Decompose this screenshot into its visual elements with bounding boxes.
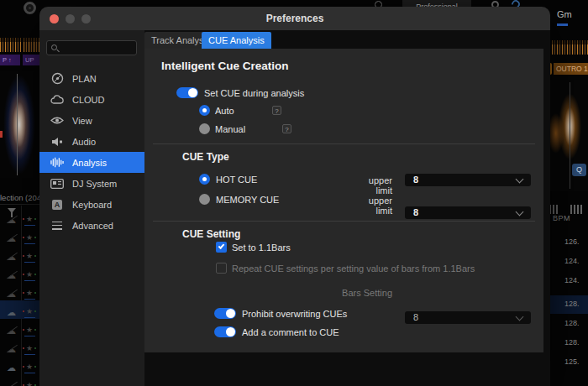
bpm-value: 126. — [564, 237, 588, 246]
hot-cue-radio[interactable] — [199, 174, 210, 185]
bpm-value: 128. — [564, 300, 588, 308]
sidebar-search-input[interactable] — [46, 40, 137, 55]
prohibit-toggle-row: Prohibit overwriting CUEs — [214, 308, 347, 319]
rating-star-icon: ★ — [26, 326, 33, 335]
sidebar-item-audio[interactable]: Audio — [39, 131, 144, 152]
rating-star-icon: ★ — [26, 381, 33, 386]
help-icon[interactable]: ? — [282, 124, 291, 133]
eye-icon — [50, 116, 64, 125]
memory-cue-limit-select[interactable]: 8 — [405, 206, 531, 219]
cloud-off-icon: ☁ — [7, 381, 16, 386]
phrase-outro-label: OUTRO 1 — [554, 63, 588, 75]
cue-marker — [0, 131, 3, 138]
toggle-knob — [226, 327, 235, 336]
sidebar-item-dj-system[interactable]: DJ System — [39, 173, 144, 194]
rating-underline — [24, 243, 35, 244]
section-divider — [153, 143, 535, 144]
sidebar-item-advanced[interactable]: Advanced — [39, 215, 144, 236]
cloud-icon — [50, 95, 64, 105]
comment-toggle[interactable] — [214, 326, 236, 337]
sidebar-item-label: Analysis — [72, 158, 107, 168]
chevron-down-icon — [516, 208, 524, 216]
cloud-on-icon: ☁ — [7, 363, 16, 373]
section-title-intelligent-cue: Intelligent Cue Creation — [161, 60, 289, 72]
sidebar-item-label: PLAN — [72, 74, 97, 84]
help-icon[interactable]: ? — [272, 106, 281, 115]
auto-radio-label: Auto — [215, 106, 255, 116]
repeat-checkbox[interactable] — [216, 263, 227, 274]
rating-star-icon: ★ — [26, 215, 33, 224]
sidebar-item-cloud[interactable]: CLOUD — [39, 89, 144, 110]
rating-star-icon: ★ — [26, 233, 33, 243]
dialog-titlebar[interactable]: Preferences — [39, 7, 550, 30]
rating-underline — [24, 299, 35, 300]
cloud-on-icon: ☁ — [7, 307, 16, 317]
auto-radio-row: Auto ? — [199, 105, 281, 116]
rating-underline — [24, 262, 35, 263]
cloud-off-icon: ☁ — [7, 233, 16, 243]
bpm-value: 128. — [564, 319, 588, 327]
collection-label: lection (204 — [0, 193, 41, 202]
cloud-off-icon: ☁ — [7, 289, 16, 299]
set-cue-toggle-row: Set CUE during analysis — [176, 87, 304, 98]
waveform-centerline — [17, 74, 18, 175]
key-a-icon: A — [50, 200, 64, 210]
rating-star-icon: ★ — [26, 344, 33, 353]
phrase-tag-up-1: P ↑ — [0, 55, 20, 65]
sidebar-item-label: Keyboard — [72, 200, 112, 210]
manual-radio-label: Manual — [215, 124, 265, 134]
sidebar-item-analysis[interactable]: Analysis — [39, 152, 144, 173]
hot-cue-row: HOT CUE — [199, 174, 257, 185]
track-row: ☁★ — [0, 359, 39, 378]
dialog-title: Preferences — [39, 13, 550, 24]
bpm-value: 125. — [564, 357, 588, 366]
sidebar-item-label: DJ System — [72, 179, 117, 189]
track-row: ☁★ — [0, 248, 39, 267]
set-cue-toggle[interactable] — [176, 87, 198, 98]
rating-star-icon: ★ — [26, 270, 33, 279]
rekordbox-preferences-screen: { "window": { "title": "Preferences" }, … — [0, 0, 588, 386]
cloud-off-icon: ☁ — [7, 344, 16, 354]
waveform-icon — [50, 157, 64, 168]
chevron-down-icon — [516, 313, 524, 321]
manual-radio[interactable] — [199, 123, 210, 134]
track-row: ☁★ — [0, 304, 39, 322]
bpm-column-header: BPM — [553, 214, 570, 222]
bars-setting-value: 8 — [413, 312, 418, 322]
comment-toggle-row: Add a comment to CUE — [214, 326, 339, 337]
menu-lines-icon — [50, 222, 64, 230]
rating-star-icon: ★ — [26, 289, 33, 298]
cue-analysis-panel: Intelligent Cue Creation Set CUE during … — [144, 49, 543, 352]
sidebar-item-view[interactable]: View — [39, 110, 144, 131]
bpm-value: 128. — [564, 338, 588, 347]
prohibit-toggle[interactable] — [214, 308, 236, 319]
waveform-strip-left-2 — [24, 38, 39, 52]
toggle-knob — [226, 309, 235, 318]
preferences-sidebar: PLAN CLOUD View Audio Analysis — [39, 30, 144, 386]
upper-limit-label: upper limit — [350, 175, 392, 196]
rating-underline — [24, 373, 35, 373]
auto-radio[interactable] — [199, 105, 210, 116]
bars-setting-label: Bars Setting — [325, 288, 392, 298]
repeat-label: Repeat CUE settings per setting value of… — [232, 263, 475, 274]
track-row: ☁★ — [0, 341, 39, 359]
tab-cue-analysis[interactable]: CUE Analysis — [202, 32, 271, 49]
hot-cue-limit-value: 8 — [413, 175, 418, 185]
cloud-off-icon: ☁ — [7, 270, 16, 280]
rating-star-icon: ★ — [26, 363, 33, 372]
section-title-cue-type: CUE Type — [182, 151, 229, 163]
preferences-dialog: Preferences PLAN CLOUD View — [39, 7, 550, 386]
set-bars-checkbox[interactable] — [216, 242, 227, 253]
waveform-strip-left — [0, 38, 21, 52]
view-list-icon — [570, 205, 582, 214]
rating-underline — [24, 354, 35, 355]
hot-cue-limit-select[interactable]: 8 — [405, 174, 531, 186]
set-cue-toggle-label: Set CUE during analysis — [204, 88, 304, 98]
bars-setting-select: 8 — [405, 311, 531, 324]
memory-cue-row: MEMORY CUE — [199, 194, 279, 205]
memory-cue-radio[interactable] — [199, 194, 210, 205]
search-icon — [51, 44, 57, 50]
rating-star-icon: ★ — [26, 307, 33, 316]
sidebar-item-plan[interactable]: PLAN — [39, 68, 144, 89]
sidebar-item-keyboard[interactable]: A Keyboard — [39, 194, 144, 215]
